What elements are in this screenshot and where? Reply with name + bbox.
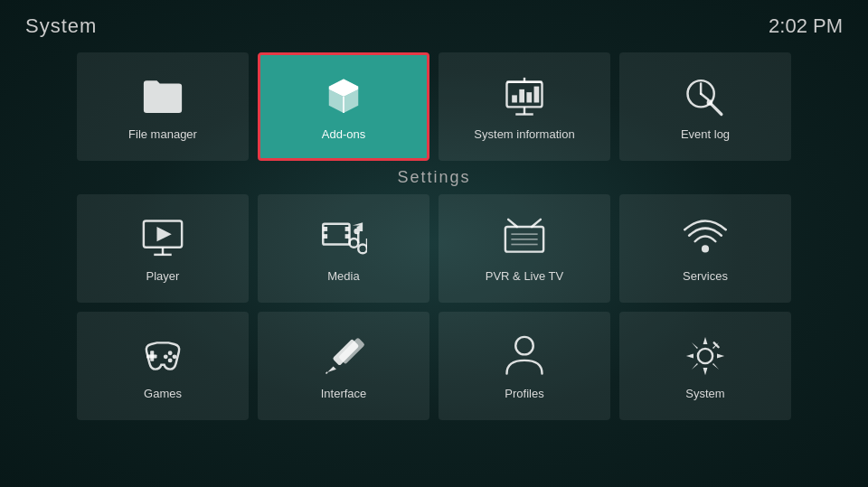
svg-point-25 [358,244,367,253]
svg-point-37 [173,354,177,359]
settings-row-1: Player Media [0,194,868,303]
svg-rect-6 [534,86,540,102]
event-log-icon [682,73,729,120]
tile-profiles[interactable]: Profiles [439,312,610,420]
svg-rect-20 [323,234,327,239]
svg-point-45 [698,348,712,362]
addons-icon [320,73,367,120]
tile-event-log[interactable]: Event log [619,52,791,161]
svg-rect-22 [345,234,350,239]
tile-pvr-live-tv-label: PVR & Live TV [486,269,563,283]
tile-system-label: System [685,387,724,400]
svg-point-36 [168,351,173,355]
svg-rect-3 [512,95,517,102]
svg-rect-21 [345,227,350,231]
svg-line-12 [712,104,722,114]
player-icon [139,215,186,262]
tile-media-label: Media [327,269,359,283]
tile-add-ons[interactable]: Add-ons [258,52,429,161]
tile-file-manager[interactable]: File manager [77,52,249,161]
settings-label: Settings [0,168,868,187]
svg-point-13 [707,99,713,106]
tile-pvr-live-tv[interactable]: PVR & Live TV [439,194,610,303]
system-settings-icon [682,332,729,379]
svg-rect-19 [323,227,327,231]
tile-player[interactable]: Player [77,194,249,303]
svg-rect-5 [526,92,532,102]
tile-interface[interactable]: Interface [258,312,429,420]
page-title: System [25,14,97,38]
svg-rect-35 [146,354,156,358]
svg-line-42 [326,371,328,373]
services-icon [682,215,729,262]
system-info-icon [501,73,548,120]
media-icon [320,215,367,262]
profiles-icon [501,332,548,379]
pvr-icon [501,215,548,262]
svg-rect-4 [519,89,524,102]
tile-profiles-label: Profiles [505,387,543,400]
svg-point-23 [350,239,359,248]
svg-point-39 [168,358,173,362]
tile-system-information-label: System information [474,127,574,141]
svg-point-38 [164,354,168,359]
interface-icon [320,332,367,379]
svg-point-44 [515,336,533,354]
tile-system[interactable]: System [619,312,791,420]
svg-marker-41 [327,366,336,372]
clock: 2:02 PM [769,14,843,38]
header: System 2:02 PM [0,0,868,45]
tile-games[interactable]: Games [77,312,249,420]
tile-media[interactable]: Media [258,194,429,303]
tile-services-label: Services [683,269,728,283]
tile-player-label: Player [146,269,180,283]
svg-marker-17 [157,227,172,241]
tile-games-label: Games [144,387,182,400]
tile-file-manager-label: File manager [128,127,197,141]
tile-services[interactable]: Services [619,194,791,303]
tile-interface-label: Interface [321,387,367,400]
tile-system-information[interactable]: System information [439,52,610,161]
games-icon [139,332,186,379]
tile-add-ons-label: Add-ons [322,127,365,141]
settings-row-2: Games Interface Profiles [0,312,868,420]
folder-icon [139,73,186,120]
top-tile-row: File manager Add-ons [0,45,868,164]
svg-line-11 [701,93,708,99]
tile-event-log-label: Event log [681,127,730,141]
svg-point-33 [702,245,709,252]
